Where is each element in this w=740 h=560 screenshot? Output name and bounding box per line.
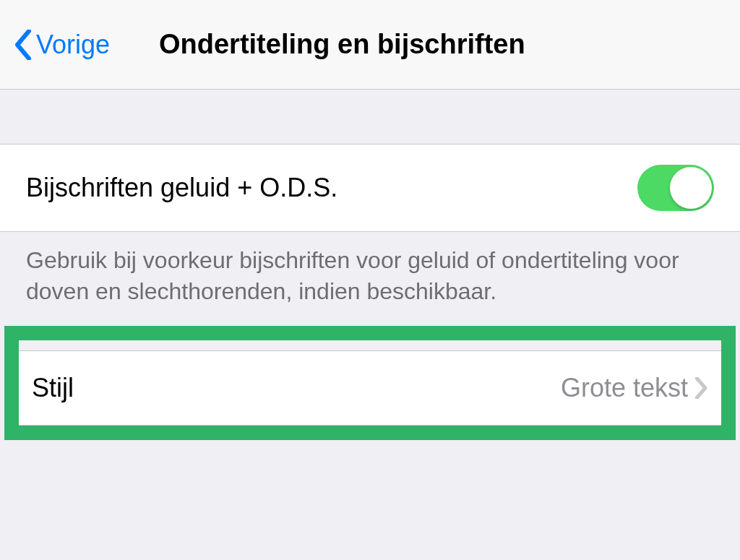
chevron-right-icon [695,377,708,399]
captions-toggle[interactable] [637,165,714,211]
back-button[interactable]: Vorige [14,30,110,60]
page-title: Ondertiteling en bijschriften [159,29,525,60]
captions-toggle-row: Bijschriften geluid + O.D.S. [0,144,740,232]
nav-bar: Vorige Ondertiteling en bijschriften [0,0,740,90]
toggle-knob [670,167,712,209]
style-value-wrap: Grote tekst [561,373,708,403]
style-label: Stijl [32,373,74,403]
highlight-box: Stijl Grote tekst [4,326,736,440]
captions-toggle-label: Bijschriften geluid + O.D.S. [26,173,337,203]
back-label: Vorige [36,30,110,60]
captions-footer: Gebruik bij voorkeur bijschriften voor g… [0,232,740,326]
style-value: Grote tekst [561,373,688,403]
style-row[interactable]: Stijl Grote tekst [19,350,721,426]
chevron-left-icon [14,30,32,60]
spacer [0,90,740,144]
